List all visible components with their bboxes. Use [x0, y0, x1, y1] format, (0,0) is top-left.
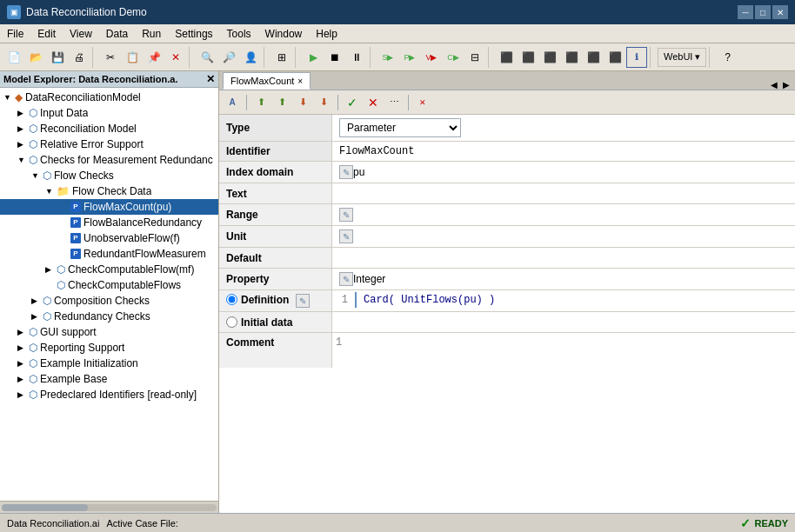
edit-down-btn[interactable]: ⬇ — [293, 93, 312, 112]
edit-extra-btn[interactable]: ✕ — [413, 93, 432, 112]
text-value — [332, 183, 795, 203]
sym-btn5[interactable]: ⊟ — [464, 47, 485, 68]
edit-up2-btn[interactable]: ⬆ — [272, 93, 291, 112]
maximize-btn[interactable]: □ — [755, 5, 771, 19]
tree-item[interactable]: ▶⬡Relative Error Support — [0, 136, 218, 152]
range-edit-icon[interactable]: ✎ — [339, 208, 353, 222]
edit-x-btn[interactable]: ✕ — [364, 93, 383, 112]
tab-flowmaxcount[interactable]: FlowMaxCount × — [223, 72, 311, 90]
run-btn1[interactable]: ▶ — [303, 47, 324, 68]
tree-item[interactable]: ▶⬡Redundancy Checks — [0, 309, 218, 324]
menu-data[interactable]: Data — [99, 24, 135, 43]
edit-font-btn[interactable]: A — [223, 93, 242, 112]
tree-item[interactable]: ▶⬡Example Initialization — [0, 356, 218, 371]
tree-item[interactable]: PFlowBalanceRedundancy — [0, 215, 218, 230]
index-domain-edit-icon[interactable]: ✎ — [339, 165, 353, 179]
open-btn[interactable]: 📂 — [25, 47, 46, 68]
help-icon[interactable]: ? — [717, 47, 738, 68]
edit-up-btn[interactable]: ⬆ — [251, 93, 271, 112]
close-btn[interactable]: ✕ — [772, 5, 788, 19]
definition-radio[interactable] — [226, 294, 237, 305]
type-select[interactable]: Parameter Variable Function — [339, 118, 461, 137]
edit-dots-btn[interactable]: ⋯ — [384, 93, 404, 112]
menu-run[interactable]: Run — [135, 24, 168, 43]
initial-data-radio[interactable] — [226, 316, 237, 328]
tree-item[interactable]: PFlowMaxCount(pu) — [0, 199, 218, 215]
sym-btn2[interactable]: P▶ — [399, 47, 420, 68]
find2-btn[interactable]: 🔎 — [218, 47, 239, 68]
nav-btn5[interactable]: ⬛ — [583, 47, 604, 68]
tree-item[interactable]: ⬡CheckComputableFlows — [0, 277, 218, 293]
menu-bar: File Edit View Data Run Settings Tools W… — [0, 24, 795, 43]
menu-view[interactable]: View — [63, 24, 99, 43]
tree-item[interactable]: ▶⬡Reporting Support — [0, 340, 218, 356]
delete-btn[interactable]: ✕ — [165, 47, 186, 68]
tree-item-label: Relative Error Support — [40, 138, 144, 150]
property-edit-icon[interactable]: ✎ — [339, 272, 353, 286]
cube-icon: ⬡ — [29, 326, 37, 338]
tab-left-arrow[interactable]: ◀ — [769, 80, 779, 90]
sidebar-close-btn[interactable]: ✕ — [206, 73, 215, 85]
copy-btn[interactable]: 📋 — [122, 47, 143, 68]
unit-row: Unit ✎ — [219, 226, 795, 248]
param-icon: P — [70, 249, 81, 259]
definition-edit-icon[interactable]: ✎ — [296, 294, 310, 308]
webui-dropdown[interactable]: WebUI ▾ — [658, 48, 706, 67]
tree-item[interactable]: ▼📁Flow Check Data — [0, 183, 218, 199]
tree-item[interactable]: ▶⬡CheckComputableFlow(mf) — [0, 262, 218, 277]
expand-icon: ▼ — [31, 171, 42, 180]
edit-down2-btn[interactable]: ⬇ — [314, 93, 333, 112]
comment-content[interactable]: 1 — [332, 333, 795, 368]
menu-window[interactable]: Window — [258, 24, 310, 43]
edit-check-btn[interactable]: ✓ — [343, 93, 362, 112]
menu-edit[interactable]: Edit — [30, 24, 63, 43]
nav-btn3[interactable]: ⬛ — [539, 47, 560, 68]
tree-item[interactable]: ▼⬡Flow Checks — [0, 168, 218, 183]
nav-btn4[interactable]: ⬛ — [561, 47, 582, 68]
save-btn[interactable]: 💾 — [47, 47, 68, 68]
tree-item[interactable]: ▶⬡Predeclared Identifiers [read-only] — [0, 387, 218, 402]
sidebar-scrollbar[interactable] — [0, 501, 218, 513]
tree-item[interactable]: PRedundantFlowMeasurem — [0, 246, 218, 262]
paste-btn[interactable]: 📌 — [144, 47, 164, 68]
new-btn[interactable]: 📄 — [3, 47, 24, 68]
print-btn[interactable]: 🖨 — [69, 47, 90, 68]
tree-item[interactable]: ▶⬡Reconciliation Model — [0, 121, 218, 136]
sym-btn1[interactable]: S▶ — [377, 47, 398, 68]
app-title: Data Reconciliation Demo — [26, 6, 732, 18]
tree-item[interactable]: ▼⬡Checks for Measurement Redundanc — [0, 152, 218, 168]
tree-item-label: GUI support — [40, 326, 97, 338]
menu-file[interactable]: File — [0, 24, 30, 43]
tree-item[interactable]: PUnobservableFlow(f) — [0, 230, 218, 246]
menu-tools[interactable]: Tools — [220, 24, 258, 43]
tree-item[interactable]: ▶⬡GUI support — [0, 324, 218, 340]
tab-close-btn[interactable]: × — [297, 76, 303, 86]
misc-btn[interactable]: ⊞ — [271, 47, 292, 68]
minimize-btn[interactable]: ─ — [738, 5, 753, 19]
run-btn3[interactable]: ⏸ — [346, 47, 367, 68]
definition-code-text[interactable]: Card( UnitFlows(pu) ) — [364, 292, 495, 308]
find-btn[interactable]: 🔍 — [197, 47, 217, 68]
tab-right-arrow[interactable]: ▶ — [781, 80, 792, 90]
tree-item-label: UnobservableFlow(f) — [84, 232, 180, 244]
sym-btn4[interactable]: C▶ — [443, 47, 464, 68]
tree-item-label: FlowMaxCount(pu) — [84, 201, 171, 213]
comment-section: Comment 1 — [219, 333, 795, 368]
info-btn[interactable]: ℹ — [626, 47, 647, 68]
tree-item[interactable]: ▶⬡Composition Checks — [0, 293, 218, 309]
run-btn2[interactable]: ⏹ — [324, 47, 345, 68]
nav-btn2[interactable]: ⬛ — [518, 47, 538, 68]
cut-btn[interactable]: ✂ — [100, 47, 121, 68]
menu-settings[interactable]: Settings — [168, 24, 219, 43]
sym-btn3[interactable]: V▶ — [421, 47, 442, 68]
nav-btn6[interactable]: ⬛ — [605, 47, 625, 68]
tree-item[interactable]: ▼◆DataReconciliationModel — [0, 90, 218, 105]
unit-edit-icon[interactable]: ✎ — [339, 229, 353, 243]
tree-item[interactable]: ▶⬡Input Data — [0, 105, 218, 121]
tree-item-label: Flow Check Data — [72, 185, 151, 197]
tree-item[interactable]: ▶⬡Example Base — [0, 371, 218, 387]
menu-help[interactable]: Help — [309, 24, 344, 43]
find3-btn[interactable]: 👤 — [240, 47, 261, 68]
nav-btn1[interactable]: ⬛ — [496, 47, 517, 68]
sidebar: Model Explorer: Data Reconciliation.a...… — [0, 71, 219, 513]
